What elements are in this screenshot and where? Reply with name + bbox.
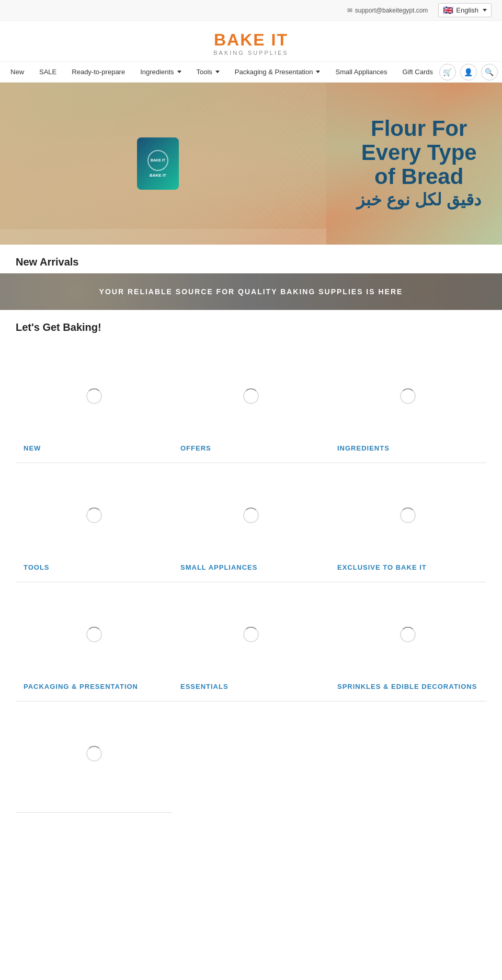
hero-image: BAKE IT BAKE IT bbox=[0, 83, 326, 245]
category-grid-row3: PACKAGING & PRESENTATION ESSENTIALS SPRI… bbox=[16, 582, 486, 701]
nav-item-appliances[interactable]: Small Appliances bbox=[329, 62, 393, 82]
email-icon: ✉ bbox=[347, 7, 352, 14]
category-label-new: NEW bbox=[24, 444, 41, 452]
hero-text-block: Flour For Every Type of Bread دقيق لكل ن… bbox=[357, 117, 481, 211]
nav-item-ready[interactable]: Ready-to-prepare bbox=[65, 62, 131, 82]
language-label: English bbox=[456, 6, 478, 14]
category-label-ingredients: INGREDIENTS bbox=[337, 444, 390, 452]
category-image-extra bbox=[24, 712, 165, 795]
category-item-ingredients[interactable]: INGREDIENTS bbox=[329, 344, 486, 463]
loading-spinner bbox=[243, 508, 259, 523]
promo-banner-strip: YOUR RELIABLE SOURCE FOR QUALITY BAKING … bbox=[0, 273, 502, 310]
category-item-small-appliances[interactable]: SMALL APPLIANCES bbox=[173, 463, 329, 582]
category-image-packaging bbox=[24, 593, 165, 676]
package-label: BAKE IT bbox=[150, 173, 166, 178]
category-image-exclusive bbox=[337, 474, 478, 557]
category-label-offers: OFFERS bbox=[180, 444, 211, 452]
category-image-sprinkles bbox=[337, 593, 478, 676]
category-item-extra[interactable] bbox=[16, 701, 173, 813]
category-item-packaging[interactable]: PACKAGING & PRESENTATION bbox=[16, 582, 173, 701]
support-email: ✉ support@bakeitegypt.com bbox=[347, 7, 428, 14]
search-button[interactable]: 🔍 bbox=[481, 64, 498, 80]
category-image-small-appliances bbox=[180, 474, 322, 557]
nav-item-sale[interactable]: SALE bbox=[33, 62, 63, 82]
hero-text-english: Flour For Every Type of Bread bbox=[357, 117, 481, 189]
site-header: BAKE IT BAKING SUPPLIES bbox=[0, 21, 502, 62]
account-button[interactable]: 👤 bbox=[460, 64, 477, 80]
category-image-new bbox=[24, 354, 165, 438]
category-image-tools bbox=[24, 474, 165, 557]
loading-spinner bbox=[243, 627, 259, 642]
category-section: NEW OFFERS INGREDIENTS TOOLS SMALL bbox=[0, 339, 502, 818]
category-image-ingredients bbox=[337, 354, 478, 438]
flag-icon: 🇬🇧 bbox=[443, 5, 453, 15]
category-label-sprinkles: SPRINKLES & EDIBLE DECORATIONS bbox=[337, 683, 477, 690]
category-label-packaging: PACKAGING & PRESENTATION bbox=[24, 683, 138, 690]
category-item-tools[interactable]: TOOLS bbox=[16, 463, 173, 582]
chevron-down-icon bbox=[215, 71, 220, 73]
main-nav: New SALE Ready-to-prepare Ingredients To… bbox=[0, 62, 502, 83]
category-label-essentials: ESSENTIALS bbox=[180, 683, 229, 690]
chevron-down-icon bbox=[177, 71, 181, 73]
category-item-offers[interactable]: OFFERS bbox=[173, 344, 329, 463]
banner-strip-text: YOUR RELIABLE SOURCE FOR QUALITY BAKING … bbox=[99, 287, 403, 296]
category-grid-row1: NEW OFFERS INGREDIENTS bbox=[16, 344, 486, 463]
loading-spinner bbox=[243, 388, 259, 404]
chevron-down-icon bbox=[316, 71, 320, 73]
product-package: BAKE IT BAKE IT bbox=[137, 137, 179, 190]
nav-items: New SALE Ready-to-prepare Ingredients To… bbox=[4, 62, 439, 82]
category-item-exclusive[interactable]: EXCLUSIVE TO BAKE IT bbox=[329, 463, 486, 582]
package-circle: BAKE IT bbox=[147, 150, 168, 171]
nav-item-new[interactable]: New bbox=[4, 62, 30, 82]
category-label-exclusive: EXCLUSIVE TO BAKE IT bbox=[337, 563, 427, 571]
loading-spinner bbox=[86, 388, 102, 404]
hero-text-arabic: دقيق لكل نوع خبز bbox=[357, 189, 481, 211]
lets-get-baking-heading: Let's Get Baking! bbox=[0, 310, 502, 339]
category-grid-row2: TOOLS SMALL APPLIANCES EXCLUSIVE TO BAKE… bbox=[16, 463, 486, 582]
category-grid-row4 bbox=[16, 701, 486, 813]
chevron-down-icon bbox=[483, 9, 487, 11]
loading-spinner bbox=[400, 508, 416, 523]
new-arrivals-heading: New Arrivals bbox=[0, 245, 502, 273]
nav-item-tools[interactable]: Tools bbox=[190, 62, 226, 82]
nav-item-packaging[interactable]: Packaging & Presentation bbox=[229, 62, 327, 82]
loading-spinner bbox=[86, 627, 102, 642]
category-item-new[interactable]: NEW bbox=[16, 344, 173, 463]
logo-tagline: BAKING SUPPLIES bbox=[0, 50, 502, 56]
language-selector[interactable]: 🇬🇧 English bbox=[438, 3, 492, 17]
top-bar: ✉ support@bakeitegypt.com 🇬🇧 English bbox=[0, 0, 502, 21]
nav-item-gift[interactable]: Gift Cards bbox=[396, 62, 439, 82]
cart-button[interactable]: 🛒 bbox=[439, 64, 456, 80]
nav-icons: 🛒 👤 🔍 bbox=[439, 64, 498, 80]
loading-spinner bbox=[86, 746, 102, 762]
category-image-essentials bbox=[180, 593, 322, 676]
category-label-small-appliances: SMALL APPLIANCES bbox=[180, 563, 257, 571]
loading-spinner bbox=[400, 388, 416, 404]
category-image-offers bbox=[180, 354, 322, 438]
nav-item-ingredients[interactable]: Ingredients bbox=[134, 62, 187, 82]
category-item-sprinkles[interactable]: SPRINKLES & EDIBLE DECORATIONS bbox=[329, 582, 486, 701]
loading-spinner bbox=[400, 627, 416, 642]
email-address: support@bakeitegypt.com bbox=[355, 7, 428, 14]
category-label-tools: TOOLS bbox=[24, 563, 50, 571]
category-item-essentials[interactable]: ESSENTIALS bbox=[173, 582, 329, 701]
logo-title[interactable]: BAKE IT bbox=[0, 30, 502, 50]
loading-spinner bbox=[86, 508, 102, 523]
hero-banner: BAKE IT BAKE IT Flour For Every Type of … bbox=[0, 83, 502, 245]
